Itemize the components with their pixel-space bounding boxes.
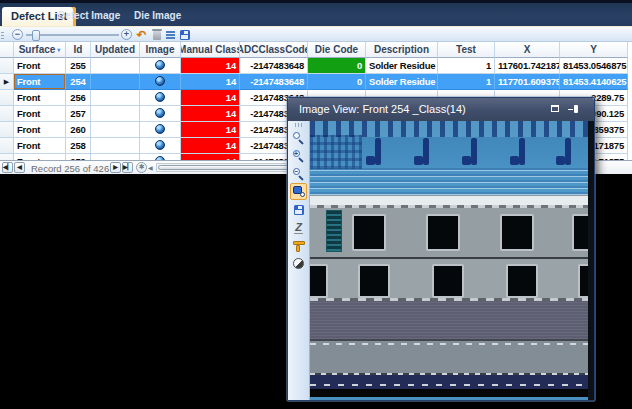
previous-record-button[interactable]: ◀ — [14, 162, 25, 173]
cell-id[interactable]: 257 — [66, 106, 91, 122]
cell-image[interactable] — [140, 58, 181, 74]
cell-updated[interactable] — [91, 122, 140, 138]
cell-manual_class[interactable]: 14 — [181, 58, 240, 74]
cell-updated[interactable] — [91, 58, 140, 74]
undo-icon[interactable]: ↶ — [135, 29, 148, 41]
defect-image-canvas[interactable] — [310, 121, 594, 400]
cell-manual_class[interactable]: 14 — [181, 74, 240, 90]
defect-image-icon[interactable] — [155, 140, 165, 150]
first-record-button[interactable]: ◀▏ — [2, 162, 13, 173]
column-header-die_code[interactable]: Die Code — [308, 42, 366, 58]
cell-adc_class_code[interactable]: -2147483648 — [240, 58, 308, 74]
cell-surface[interactable]: Front — [14, 122, 66, 138]
contrast-icon — [293, 258, 304, 269]
defect-image-icon[interactable] — [155, 108, 165, 118]
defect-image-icon[interactable] — [155, 124, 165, 134]
cell-manual_class[interactable]: 14 — [181, 106, 240, 122]
fit-to-window-button[interactable] — [290, 183, 307, 200]
cell-die_code[interactable]: 0 — [308, 74, 366, 90]
cell-die_code[interactable]: 0 — [308, 58, 366, 74]
save-icon[interactable] — [178, 29, 191, 41]
tab-defect-image[interactable]: Defect Image — [52, 8, 126, 24]
column-header-updated[interactable]: Updated — [91, 42, 140, 58]
column-header-image[interactable]: Image — [140, 42, 181, 58]
table-row[interactable]: Front25514-21474836480Solder Residue1117… — [0, 58, 632, 74]
column-header-description[interactable]: Description — [366, 42, 438, 58]
defect-image-icon[interactable] — [155, 92, 165, 102]
list-lines-icon — [166, 31, 175, 39]
pin-icon[interactable] — [568, 105, 578, 114]
cell-id[interactable]: 255 — [66, 58, 91, 74]
maximize-icon[interactable] — [551, 105, 559, 112]
cell-surface[interactable]: Front — [14, 90, 66, 106]
cell-id[interactable]: 258 — [66, 138, 91, 154]
column-header-id[interactable]: Id — [66, 42, 91, 58]
cell-updated[interactable] — [91, 138, 140, 154]
list-view-icon[interactable] — [164, 29, 177, 41]
new-record-button[interactable]: ∗ — [136, 162, 147, 173]
image-white-band — [310, 195, 594, 205]
row-selector-cell[interactable] — [0, 122, 14, 138]
cell-image[interactable] — [140, 122, 181, 138]
column-header-test[interactable]: Test — [438, 42, 495, 58]
cell-image[interactable] — [140, 106, 181, 122]
cell-description[interactable]: Solder Residue — [366, 58, 438, 74]
cell-image[interactable] — [140, 138, 181, 154]
cell-image[interactable] — [140, 90, 181, 106]
cell-x[interactable]: 117701.609375 — [495, 74, 560, 90]
column-header-surface[interactable]: Surface▾ — [14, 42, 66, 58]
zoom-out-button[interactable]: − — [12, 29, 23, 40]
zoom-slider-thumb[interactable] — [32, 30, 40, 41]
cell-id[interactable]: 254 — [66, 74, 91, 90]
contrast-button[interactable] — [290, 255, 307, 272]
cell-manual_class[interactable]: 14 — [181, 122, 240, 138]
cell-surface[interactable]: Front — [14, 74, 66, 90]
zoom-actual-button[interactable] — [290, 129, 307, 146]
cell-manual_class[interactable]: 14 — [181, 138, 240, 154]
row-selector-cell[interactable] — [0, 90, 14, 106]
image-zoom-out-button[interactable]: − — [290, 165, 307, 182]
scroll-left-arrow-icon[interactable]: ◀ — [148, 164, 153, 171]
cell-test[interactable]: 1 — [438, 58, 495, 74]
cell-y[interactable]: 81453.0546875 — [560, 58, 628, 74]
cell-x[interactable]: 117601.742187 — [495, 58, 560, 74]
image-view-titlebar[interactable]: Image View: Front 254 _Class(14) — [288, 98, 594, 121]
tab-die-image[interactable]: Die Image — [128, 8, 187, 24]
toolstrip-grip[interactable] — [295, 123, 303, 127]
annotation-button[interactable]: Z — [290, 219, 307, 236]
cell-surface[interactable]: Front — [14, 138, 66, 154]
column-header-x[interactable]: X — [495, 42, 560, 58]
row-selector-cell[interactable] — [0, 106, 14, 122]
cell-adc_class_code[interactable]: -2147483648 — [240, 74, 308, 90]
delete-icon[interactable] — [150, 29, 163, 41]
last-record-button[interactable]: ▶▏ — [122, 162, 133, 173]
image-zoom-in-button[interactable]: + — [290, 147, 307, 164]
cell-id[interactable]: 260 — [66, 122, 91, 138]
image-dark-band — [310, 301, 594, 339]
cell-surface[interactable]: Front — [14, 106, 66, 122]
cell-y[interactable]: 81453.4140625 — [560, 74, 628, 90]
cell-updated[interactable] — [91, 90, 140, 106]
cell-updated[interactable] — [91, 74, 140, 90]
cell-test[interactable]: 1 — [438, 74, 495, 90]
table-row[interactable]: ▶Front25414-21474836480Solder Residue111… — [0, 74, 632, 90]
toolbar-grip[interactable] — [1, 30, 4, 39]
column-header-adc_class_code[interactable]: ADCClassCode — [240, 42, 308, 58]
save-image-button[interactable] — [290, 201, 307, 218]
column-header-manual_class[interactable]: Manual Class — [181, 42, 240, 58]
zoom-in-button[interactable]: + — [121, 29, 132, 40]
cell-image[interactable] — [140, 74, 181, 90]
cell-surface[interactable]: Front — [14, 58, 66, 74]
row-selector-cell[interactable] — [0, 58, 14, 74]
selected-row-marker[interactable]: ▶ — [0, 74, 14, 90]
column-header-y[interactable]: Y — [560, 42, 628, 58]
next-record-button[interactable]: ▶ — [110, 162, 121, 173]
measure-button[interactable] — [290, 237, 307, 254]
cell-manual_class[interactable]: 14 — [181, 90, 240, 106]
cell-id[interactable]: 256 — [66, 90, 91, 106]
cell-updated[interactable] — [91, 106, 140, 122]
defect-image-icon[interactable] — [155, 76, 165, 86]
defect-image-icon[interactable] — [155, 60, 165, 70]
cell-description[interactable]: Solder Residue — [366, 74, 438, 90]
row-selector-cell[interactable] — [0, 138, 14, 154]
